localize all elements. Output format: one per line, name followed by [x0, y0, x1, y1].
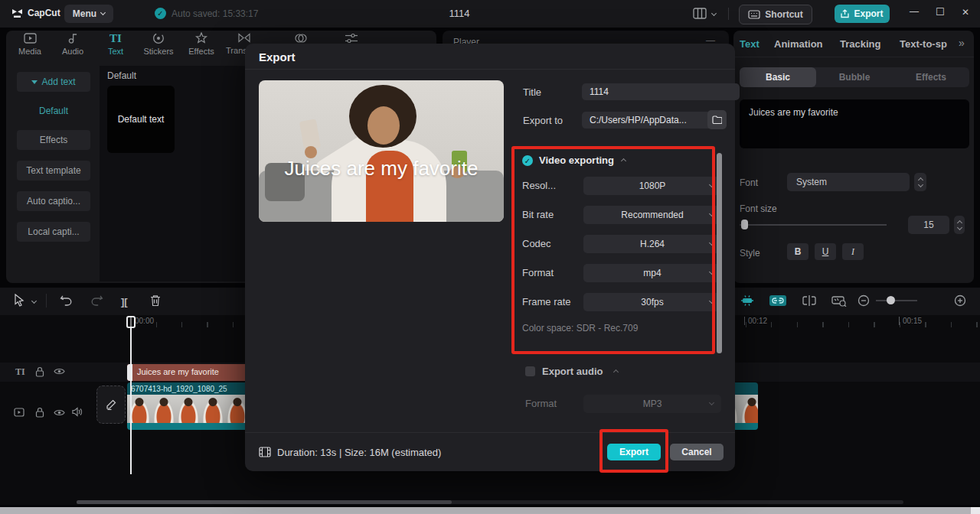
title-bar: CapCut Menu ✓ Auto saved: 15:33:17 1114 …	[0, 0, 980, 28]
format-label: Format	[522, 267, 554, 278]
default-text-card-label: Default text	[118, 114, 165, 125]
sidebar-item-add-text[interactable]: Add text	[17, 72, 90, 92]
eye-icon[interactable]	[54, 367, 65, 376]
mirror-flip-icon[interactable]	[802, 295, 816, 306]
framerate-select[interactable]: 30fps	[583, 293, 721, 311]
text-content-value: Juices are my favorite	[749, 107, 838, 118]
ruler-time-15: 00:15	[899, 317, 922, 325]
tab-animation[interactable]: Animation	[774, 38, 823, 50]
lock-icon[interactable]	[35, 366, 44, 377]
sidebar-item-text-template[interactable]: Text template	[17, 161, 90, 181]
export-button-top[interactable]: Export	[835, 5, 890, 23]
font-size-slider-handle[interactable]	[741, 220, 748, 229]
undo-icon[interactable]	[60, 294, 73, 306]
playhead-line[interactable]	[130, 316, 132, 474]
italic-button[interactable]: I	[842, 243, 864, 260]
title-field-input[interactable]: 1114	[582, 83, 740, 100]
zoom-out-icon[interactable]	[858, 294, 870, 307]
font-size-stepper[interactable]	[954, 216, 965, 234]
export-to-input[interactable]: C:/Users/HP/AppData...	[582, 112, 718, 128]
timeline-hscrollbar-thumb[interactable]	[77, 500, 452, 504]
subtab-basic[interactable]: Basic	[740, 67, 816, 87]
video-exporting-checkbox[interactable]: ✓	[522, 155, 533, 166]
default-text-card[interactable]: Default text	[107, 86, 175, 153]
timeline-preview-icon[interactable]	[831, 294, 847, 307]
toolbar-divider	[46, 294, 47, 307]
browse-folder-button[interactable]	[707, 110, 727, 129]
italic-glyph: I	[851, 246, 854, 258]
edit-cover-button[interactable]	[96, 386, 126, 424]
playhead-handle[interactable]	[126, 316, 136, 328]
sidebar-item-default[interactable]: Default	[17, 101, 90, 121]
export-label-top: Export	[854, 8, 883, 19]
font-size-slider-track[interactable]	[740, 224, 887, 226]
chevron-down-icon	[709, 269, 714, 275]
tab-text-label: Text	[108, 47, 123, 56]
link-icon[interactable]	[769, 294, 787, 307]
tab-tracking[interactable]: Tracking	[840, 38, 880, 50]
magnet-snap-icon[interactable]	[740, 294, 755, 307]
zoom-in-icon[interactable]	[954, 294, 966, 307]
timeline-zoom-slider-handle[interactable]	[887, 296, 895, 304]
layout-chevron-icon[interactable]	[711, 11, 717, 16]
eye-icon[interactable]	[54, 408, 65, 417]
audio-format-select[interactable]: MP3	[583, 395, 721, 413]
sidebar-item-local-captions[interactable]: Local capti...	[17, 222, 90, 242]
tab-stickers[interactable]: Stickers	[136, 32, 181, 56]
style-label: Style	[740, 248, 760, 259]
tab-text[interactable]: TI Text	[93, 32, 138, 56]
speaker-icon[interactable]	[72, 407, 83, 417]
adjust-sliders-icon[interactable]	[345, 32, 358, 44]
format-value: mp4	[643, 268, 661, 278]
subtab-bubble[interactable]: Bubble	[816, 67, 893, 87]
stepper-down-icon	[956, 224, 962, 229]
lock-icon[interactable]	[35, 407, 44, 418]
timeline-zoom-slider-track[interactable]	[876, 300, 917, 301]
format-select[interactable]: mp4	[583, 264, 721, 282]
filters-icon[interactable]	[294, 32, 308, 44]
cancel-button[interactable]: Cancel	[670, 444, 724, 460]
tabs-overflow-icon[interactable]: »	[959, 37, 965, 49]
export-audio-checkbox[interactable]	[525, 366, 535, 376]
codec-select[interactable]: H.264	[583, 235, 721, 253]
collapse-video-icon[interactable]	[621, 158, 626, 164]
media-icon	[24, 32, 37, 44]
cursor-tool-icon[interactable]	[14, 294, 24, 307]
collapse-audio-icon[interactable]	[613, 369, 619, 375]
font-stepper[interactable]	[914, 173, 926, 191]
bitrate-label: Bit rate	[522, 209, 554, 220]
delete-icon[interactable]	[150, 294, 161, 307]
font-select[interactable]: System	[787, 173, 910, 191]
capcut-window: CapCut Menu ✓ Auto saved: 15:33:17 1114 …	[0, 0, 980, 514]
tab-media-label: Media	[18, 47, 41, 56]
brand-name: CapCut	[28, 8, 60, 18]
sidebar-item-auto-captions[interactable]: Auto captio...	[17, 191, 90, 211]
maximize-button[interactable]: ☐	[936, 6, 945, 18]
shortcut-button[interactable]: Shortcut	[739, 5, 812, 24]
tab-audio[interactable]: Audio	[51, 32, 95, 56]
text-content-box[interactable]: Juices are my favorite	[740, 99, 969, 148]
dialog-scrollbar[interactable]	[717, 153, 722, 353]
split-icon[interactable]: ][	[121, 296, 128, 307]
tab-audio-label: Audio	[62, 47, 83, 56]
tab-text-to-speech[interactable]: Text-to-sp	[900, 38, 947, 50]
resolution-select[interactable]: 1080P	[583, 177, 721, 195]
subtab-effects[interactable]: Effects	[893, 67, 969, 87]
font-size-value: 15	[923, 220, 933, 230]
menu-button[interactable]: Menu	[64, 5, 113, 23]
close-button[interactable]: ✕	[962, 7, 969, 18]
bitrate-select[interactable]: Recommended	[583, 206, 721, 224]
sidebar-item-effects[interactable]: Effects	[17, 130, 90, 150]
minimize-button[interactable]: —	[910, 6, 919, 17]
tab-media[interactable]: Media	[8, 32, 52, 56]
bold-button[interactable]: B	[787, 243, 808, 260]
export-confirm-button[interactable]: Export	[607, 444, 661, 460]
transition-icon	[237, 32, 251, 44]
font-size-value-box[interactable]: 15	[908, 216, 949, 234]
effects-star-icon	[195, 32, 207, 44]
underline-button[interactable]: U	[815, 243, 836, 260]
redo-icon[interactable]	[90, 294, 103, 306]
tab-text-settings[interactable]: Text	[740, 38, 760, 50]
font-label: Font	[740, 177, 758, 188]
layout-panels-icon[interactable]	[693, 8, 707, 19]
